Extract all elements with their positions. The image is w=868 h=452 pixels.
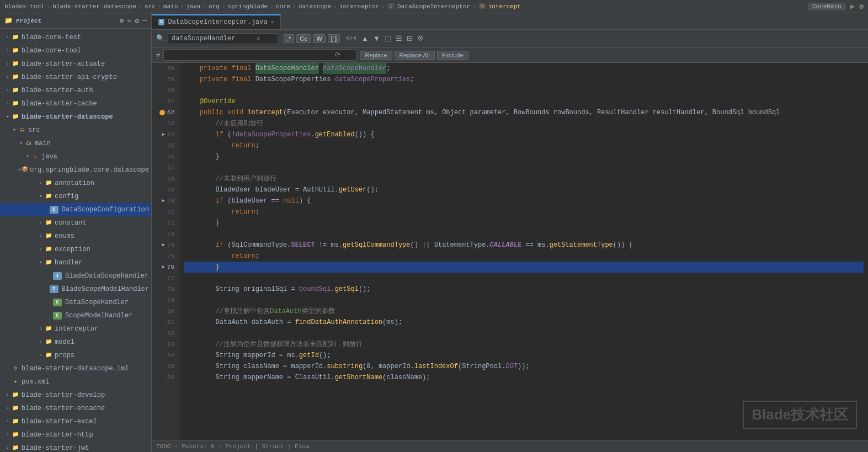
tree-item-enums[interactable]: › 📁 enums bbox=[0, 230, 151, 243]
tree-item-blade-core-tool[interactable]: › 📁 blade-core-tool bbox=[0, 44, 151, 57]
search-clear-button[interactable]: ✕ bbox=[257, 35, 260, 42]
gutter-81: 81 bbox=[156, 317, 174, 328]
breadcrumb-item-datascope[interactable]: datascope bbox=[299, 3, 331, 10]
tree-item-blade-starter-api-crypto[interactable]: › 📁 blade-starter-api-crypto bbox=[0, 71, 151, 84]
folder-icon: 📁 bbox=[11, 405, 20, 412]
tree-item-exception[interactable]: › 📁 exception bbox=[0, 243, 151, 256]
search-input[interactable] bbox=[172, 35, 254, 42]
folder-icon: 📁 bbox=[44, 325, 53, 333]
tree-item-pom[interactable]: ✦ pom.xml bbox=[0, 375, 151, 389]
gutter-68: 68 bbox=[156, 173, 174, 184]
tree-item-blade-starter-ehcache[interactable]: › 📁 blade-starter-ehcache bbox=[0, 402, 151, 415]
breadcrumb-sep6: › bbox=[222, 3, 226, 10]
replace-nav-icon[interactable]: ⟳ bbox=[335, 51, 340, 59]
line-numbers: 58 59 60 61 62 63 ▶ 64 65 66 67 68 69 bbox=[152, 63, 179, 440]
breadcrumb-item-springblade[interactable]: springblade bbox=[228, 3, 268, 10]
tree-item-main[interactable]: ▾ 🗂 main bbox=[0, 137, 151, 150]
code-line-86: String mapperName = ClassUtil.getShortNa… bbox=[184, 372, 864, 383]
folder-icon: 🗂 bbox=[24, 140, 33, 147]
tree-item-blade-starter-excel[interactable]: › 📁 blade-starter-excel bbox=[0, 415, 151, 428]
folder-icon: 📁 bbox=[44, 193, 53, 200]
tree-item-interceptor-folder[interactable]: › 📁 interceptor bbox=[0, 322, 151, 336]
tree-item-blade-starter-jwt[interactable]: › 📁 blade-starter-jwt bbox=[0, 442, 151, 452]
whole-word-button[interactable]: W bbox=[313, 34, 325, 43]
breadcrumb-item-java[interactable]: java bbox=[186, 3, 200, 10]
toggle-multiline-button[interactable]: ⬚ bbox=[383, 34, 393, 42]
tree-item-blade-starter-develop[interactable]: › 📁 blade-starter-develop bbox=[0, 389, 151, 402]
tree-item-java[interactable]: ▾ ☕ java bbox=[0, 150, 151, 163]
run-button[interactable]: ▶ bbox=[850, 2, 855, 11]
code-line-75: return; bbox=[184, 251, 864, 262]
debug-button[interactable]: ⚙ bbox=[859, 2, 864, 11]
tree-item-blade-core-test[interactable]: › 📁 blade-core-test bbox=[0, 31, 151, 44]
code-line-64: if (!dataScopeProperties.getEnabled()) { bbox=[184, 129, 864, 140]
folder-icon: 📁 bbox=[11, 431, 20, 439]
tab-close-button[interactable]: ✕ bbox=[270, 19, 274, 25]
breadcrumb-item-class[interactable]: DataScopeInterceptor bbox=[397, 3, 470, 10]
tree-label: DataScopeConfiguration bbox=[62, 205, 149, 215]
folder-icon: 📁 bbox=[44, 352, 53, 359]
tree-item-constant[interactable]: › 📁 constant bbox=[0, 216, 151, 230]
replace-button[interactable]: Replace bbox=[360, 51, 392, 60]
folder-icon: 📁 bbox=[11, 60, 20, 68]
collapse-icon[interactable]: ⊕ bbox=[120, 17, 124, 25]
tab-datascopeinterceptor[interactable]: C DataScopeInterceptor.java ✕ bbox=[152, 14, 281, 29]
breadcrumb-item-method[interactable]: intercept bbox=[488, 3, 521, 10]
code-editor[interactable]: 58 59 60 61 62 63 ▶ 64 65 66 67 68 69 bbox=[152, 63, 868, 440]
tree-arrow: › bbox=[38, 350, 44, 360]
replace-input[interactable] bbox=[167, 51, 333, 59]
settings-icon[interactable]: ⚙ bbox=[135, 17, 139, 25]
filter-button[interactable]: ⊟ bbox=[405, 34, 414, 42]
tree-item-iml[interactable]: ⚙ blade-starter-datascope.iml bbox=[0, 362, 151, 375]
breadcrumb-item-main[interactable]: main bbox=[163, 3, 178, 10]
tree-item-bladedatascopehandler[interactable]: I BladeDataScopeHandler bbox=[0, 269, 151, 283]
tree-item-props[interactable]: › 📁 props bbox=[0, 349, 151, 362]
breadcrumb-item-project[interactable]: bladex-tool bbox=[4, 3, 45, 10]
regex-button[interactable]: .* bbox=[284, 34, 294, 43]
tree-item-scopemodelhandler[interactable]: C ScopeModelHandler bbox=[0, 309, 151, 322]
tree-item-model[interactable]: › 📁 model bbox=[0, 336, 151, 349]
tree-item-blade-starter-http[interactable]: › 📁 blade-starter-http bbox=[0, 428, 151, 442]
breadcrumb-item-interceptor[interactable]: interceptor bbox=[339, 3, 380, 10]
expand-icon[interactable]: ≡ bbox=[127, 17, 132, 25]
breadcrumb-item-core[interactable]: core bbox=[276, 3, 290, 10]
breadcrumb-item-src[interactable]: src bbox=[145, 3, 156, 10]
folder-icon: 📁 bbox=[11, 418, 20, 426]
breadcrumb-sep2: › bbox=[139, 3, 142, 10]
tree-item-src[interactable]: ▾ 🗂 src bbox=[0, 124, 151, 137]
sidebar-title: Project bbox=[16, 18, 41, 24]
tree-item-datascopehandler[interactable]: C DataScopeHandler bbox=[0, 296, 151, 309]
gutter-66: 66 bbox=[156, 151, 174, 162]
breadcrumb-item-module[interactable]: blade-starter-datascope bbox=[52, 3, 136, 10]
gutter-72: 72 bbox=[156, 217, 174, 228]
replace-icon: ⇄ bbox=[156, 51, 160, 59]
tree-item-annotation[interactable]: › 📁 annotation bbox=[0, 177, 151, 190]
match-case-button[interactable]: Cc bbox=[296, 34, 311, 43]
java-folder-icon: ☕ bbox=[31, 153, 40, 161]
tree-item-blade-starter-actuate[interactable]: › 📁 blade-starter-actuate bbox=[0, 57, 151, 71]
tree-item-datascopeconfiguration[interactable]: C DataScopeConfiguration bbox=[0, 203, 151, 216]
options-button[interactable]: ⚙ bbox=[416, 34, 425, 42]
prev-result-button[interactable]: ▲ bbox=[360, 34, 370, 42]
gutter-61: 61 bbox=[156, 96, 174, 107]
gutter-64: ▶ 64 bbox=[156, 129, 174, 140]
tree-item-blade-starter-cache[interactable]: › 📁 blade-starter-cache bbox=[0, 97, 151, 110]
code-line-85: String className = mapperId.substring(0,… bbox=[184, 361, 864, 372]
tree-item-blade-starter-auth[interactable]: › 📁 blade-starter-auth bbox=[0, 84, 151, 97]
tree-item-package[interactable]: ▾ 📦 org.springblade.core.datascope bbox=[0, 163, 151, 177]
toggle-results-button[interactable]: ☰ bbox=[394, 34, 404, 42]
replace-all-button[interactable]: Replace All bbox=[395, 51, 435, 60]
tree-item-bladescopemodelhandler[interactable]: I BladeScopeModelHandler bbox=[0, 283, 151, 296]
git-branch-label[interactable]: CoreMain bbox=[808, 3, 846, 10]
exclude-button[interactable]: Exclude bbox=[437, 51, 468, 60]
next-result-button[interactable]: ▼ bbox=[371, 34, 382, 42]
close-sidebar-icon[interactable]: — bbox=[142, 17, 147, 25]
tree-item-handler[interactable]: ▾ 📁 handler bbox=[0, 256, 151, 269]
in-selection-button[interactable]: [ ] bbox=[328, 34, 340, 43]
tree-item-config[interactable]: ▾ 📁 config bbox=[0, 190, 151, 203]
tree-arrow: ▾ bbox=[11, 125, 18, 135]
tree-label: blade-starter-jwt bbox=[22, 443, 89, 452]
folder-icon: 📁 bbox=[11, 87, 20, 94]
breadcrumb-item-org[interactable]: org bbox=[209, 3, 220, 10]
tree-item-blade-starter-datascope[interactable]: ▾ 📁 blade-starter-datascope bbox=[0, 110, 151, 124]
